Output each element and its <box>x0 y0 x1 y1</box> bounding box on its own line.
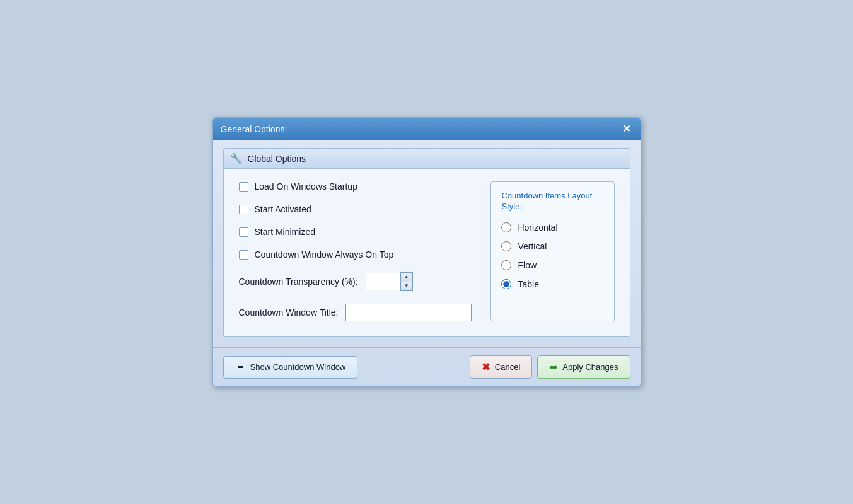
wrench-icon: 🔧 <box>230 152 243 164</box>
transparency-row: Countdown Transparency (%): 100 ▲ ▼ <box>239 272 472 291</box>
section-header: 🔧 Global Options <box>223 148 630 169</box>
table-radio[interactable] <box>501 279 511 289</box>
show-countdown-icon: 🖥 <box>235 362 245 373</box>
cancel-label: Cancel <box>495 362 520 372</box>
horizontal-label[interactable]: Horizontal <box>518 222 557 232</box>
dialog-window: General Options: ✕ 🔧 Global Options Load… <box>212 117 641 387</box>
apply-icon: ➡ <box>549 361 557 373</box>
show-countdown-label: Show Countdown Window <box>250 362 346 372</box>
vertical-label[interactable]: Vertical <box>518 241 547 251</box>
dialog-body: 🔧 Global Options Load On Windows Startup… <box>213 140 641 347</box>
spinner-down-button[interactable]: ▼ <box>401 282 412 290</box>
always-on-top-checkbox[interactable] <box>239 250 248 260</box>
start-minimized-label[interactable]: Start Minimized <box>255 227 315 237</box>
footer-right-buttons: ✖ Cancel ➡ Apply Changes <box>470 355 630 379</box>
load-startup-label[interactable]: Load On Windows Startup <box>255 181 357 192</box>
start-minimized-checkbox[interactable] <box>239 227 248 237</box>
cancel-button[interactable]: ✖ Cancel <box>470 355 532 379</box>
always-on-top-label[interactable]: Countdown Window Always On Top <box>255 249 394 260</box>
left-panel: Load On Windows Startup Start Activated … <box>239 181 472 321</box>
transparency-spinner: 100 ▲ ▼ <box>366 272 413 291</box>
apply-label: Apply Changes <box>562 362 618 372</box>
flow-radio[interactable] <box>501 260 511 270</box>
start-activated-label[interactable]: Start Activated <box>255 204 311 214</box>
layout-title: Countdown Items Layout Style: <box>501 191 603 212</box>
layout-panel: Countdown Items Layout Style: Horizontal… <box>490 181 614 321</box>
title-bar: General Options: ✕ <box>213 118 641 140</box>
checkbox-row-minimized: Start Minimized <box>239 227 472 237</box>
checkbox-row-always-on-top: Countdown Window Always On Top <box>239 249 472 260</box>
radio-row-table: Table <box>501 279 603 289</box>
vertical-radio[interactable] <box>501 241 511 251</box>
start-activated-checkbox[interactable] <box>239 205 248 214</box>
dialog-title: General Options: <box>221 124 287 134</box>
radio-row-vertical: Vertical <box>501 241 603 251</box>
radio-row-horizontal: Horizontal <box>501 222 603 232</box>
section-title: Global Options <box>248 154 306 164</box>
table-label[interactable]: Table <box>518 279 538 289</box>
close-button[interactable]: ✕ <box>620 123 633 135</box>
cancel-icon: ✖ <box>482 361 490 373</box>
apply-changes-button[interactable]: ➡ Apply Changes <box>537 355 630 379</box>
footer: 🖥 Show Countdown Window ✖ Cancel ➡ Apply… <box>213 347 641 386</box>
checkbox-row-activated: Start Activated <box>239 204 472 214</box>
window-title-label: Countdown Window Title: <box>239 307 339 318</box>
flow-label[interactable]: Flow <box>518 260 537 270</box>
spinner-buttons: ▲ ▼ <box>400 272 413 291</box>
radio-row-flow: Flow <box>501 260 603 270</box>
load-startup-checkbox[interactable] <box>239 182 248 192</box>
show-countdown-button[interactable]: 🖥 Show Countdown Window <box>223 356 358 379</box>
window-title-row: Countdown Window Title: <box>239 304 472 321</box>
section-content: Load On Windows Startup Start Activated … <box>223 169 630 337</box>
window-title-input[interactable] <box>345 304 472 321</box>
horizontal-radio[interactable] <box>501 222 511 232</box>
spinner-up-button[interactable]: ▲ <box>401 273 412 282</box>
transparency-input[interactable]: 100 <box>366 273 400 290</box>
checkbox-row-load: Load On Windows Startup <box>239 181 472 192</box>
transparency-label: Countdown Transparency (%): <box>239 277 358 287</box>
